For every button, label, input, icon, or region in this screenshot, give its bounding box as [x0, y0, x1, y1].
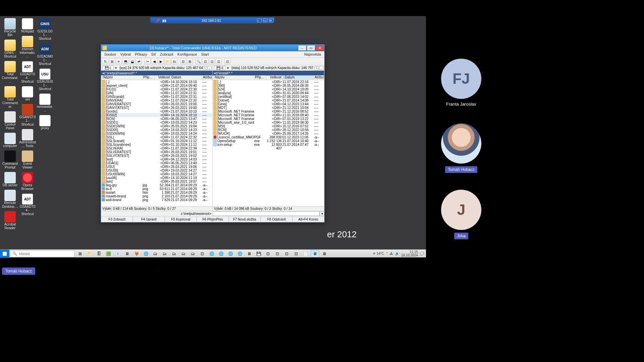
file-row[interactable]: [SSD01]<DIR>19.03.2022 14:23---- [101, 121, 212, 124]
desktop-icon[interactable]: Notepad [19, 18, 36, 33]
left-drive-dropdown[interactable]: ▾ [114, 66, 118, 70]
file-row[interactable]: msweb-brandpng2 10321.07.2014 09:29-a-- [101, 194, 212, 198]
menu-item[interactable]: Konfigurace [175, 52, 199, 57]
system-tray[interactable]: ☀ 14°C ˄ 🖧 🔊 11:1518.10.2024 💬 [373, 250, 426, 257]
file-row[interactable]: [WUCR]<DIR>25.09.2017 14:26---- [213, 132, 324, 135]
file-row[interactable]: [Microsoft_wse_3.0_runtime]<DIR>11.01.20… [213, 121, 324, 124]
taskbar-search[interactable]: 🔍 Hledat [10, 250, 74, 257]
toolbar-button[interactable]: ✂ [145, 58, 151, 64]
file-row[interactable]: [SSLScarabnew]<DIR>01.10.2024 11:12---- [101, 143, 212, 146]
participant[interactable]: Tomáš Hubacz [441, 123, 481, 173]
function-keys[interactable]: F3 ZobrazitF4 UpravitF5 KopírovatF6 Přej… [101, 216, 324, 222]
file-row[interactable]: [..]<DIR>11.07.2024 22:16---- [213, 80, 324, 84]
file-row[interactable]: [SSD01WIN]<DIR>26.03.2021 19:04---- [101, 124, 212, 128]
taskbar-app[interactable]: 🗂 [179, 250, 188, 257]
toolbar-button[interactable]: ⊞ [109, 58, 115, 64]
file-row[interactable]: [win]<DIR>26.03.2021 19:07---- [101, 180, 212, 183]
col-ext[interactable]: Příp… [143, 75, 155, 80]
tray-network-icon[interactable]: 🖧 [390, 252, 393, 255]
right-up-button[interactable]: .. [319, 66, 323, 70]
right-column-headers[interactable]: ↑Název Příp… Velikost ↓Datum Atribut [213, 75, 324, 80]
right-drive-letter[interactable]: 💾 d [214, 66, 225, 70]
file-row[interactable]: iis-8png53 61121.07.2014 09:29-a-- [101, 187, 212, 191]
toolbar-button[interactable]: 🗀 [171, 58, 177, 64]
toolbar-button[interactable]: ⊡ [216, 58, 222, 64]
desktop-icon[interactable]: ADTGSAADT04 - Shortcut [19, 193, 36, 216]
right-drive-dropdown[interactable]: ▾ [226, 66, 229, 70]
file-row[interactable]: [SSLScarab]<DIR>01.10.2024 11:12---- [101, 139, 212, 143]
left-root-button[interactable]: \ [203, 66, 207, 70]
toolbar-button[interactable]: ⇄ [136, 58, 142, 64]
file-row[interactable]: [UDA01]<DIR>06.05.2023 13:49---- [101, 161, 212, 165]
desktop-icon[interactable]: GINIS - Shortcut [1, 40, 19, 58]
desktop-icon[interactable]: USUGSAUSU01 - Shortcut [36, 68, 54, 91]
file-row[interactable]: [test]<DIR>04.12.2023 14:03---- [101, 158, 212, 161]
col-date[interactable]: ↓Datum [282, 75, 314, 80]
desktop-icon[interactable]: mmowebe... [36, 94, 54, 112]
toolbar-button[interactable]: 🔍 [196, 58, 202, 64]
toolbar-button[interactable]: ⊟ [180, 58, 186, 64]
desktop-icon[interactable]: Event Viewer [19, 150, 36, 169]
file-row[interactable]: [GINScarab]<DIR>11.07.2024 22:31---- [101, 95, 212, 99]
menu-item[interactable]: Soubor [102, 52, 118, 57]
col-size[interactable]: Velikost [155, 75, 171, 80]
file-row[interactable]: [..]<DIR>14.10.2024 18:10---- [101, 80, 212, 84]
col-date[interactable]: Datum [171, 75, 202, 80]
file-row[interactable]: [GIN]<DIR>11.07.2024 22:31---- [101, 91, 212, 95]
desktop-icon[interactable]: Recycle Bin [1, 18, 19, 37]
toolbar-button[interactable]: ⊡ [202, 58, 208, 64]
toolbar-button[interactable]: ⬒ [122, 58, 128, 64]
command-line[interactable]: c:\inetpub\wwwroot> ▾ [101, 211, 324, 216]
left-up-button[interactable]: .. [208, 66, 212, 70]
col-ext[interactable]: Příp… [254, 75, 266, 80]
toolbar-button[interactable]: ▶ [158, 58, 164, 64]
file-row[interactable]: [usu06]<DIR>14.10.2024 11:19---- [101, 176, 212, 180]
file-row[interactable]: [analyza]<DIR>31.01.2020 09:44---- [213, 91, 324, 95]
left-file-list[interactable]: [..]<DIR>14.10.2024 18:10----[aspnet_cli… [101, 80, 212, 206]
taskbar-app[interactable]: ⊞ [76, 250, 85, 257]
taskbar-app[interactable]: 🌐 [235, 250, 244, 257]
file-row[interactable]: [MSI]<DIR>15.12.2016 07:52---- [213, 124, 324, 128]
toolbar-button[interactable]: ⬓ [129, 58, 135, 64]
desktop-icon[interactable]: Administrat... Tools [19, 129, 36, 148]
menu-help[interactable]: Nápověda [302, 52, 323, 57]
col-name[interactable]: ↑Název [213, 75, 254, 80]
tray-action-center-icon[interactable]: 💬 [420, 252, 424, 255]
fkey-button[interactable]: Alt+F4 Konec [292, 216, 324, 222]
desktop-icon[interactable]: DB server [1, 172, 19, 187]
taskbar-app[interactable]: ⊡ [292, 250, 301, 257]
toolbar-button[interactable]: ◀ [151, 58, 157, 64]
taskbar-app[interactable]: 🗂 [160, 250, 169, 257]
file-row[interactable]: [524]<DIR>14.10.2024 18:09---- [213, 87, 324, 91]
file-row[interactable]: [GINVITATEST]<DIR>26.03.2021 19:00---- [101, 106, 212, 110]
file-row[interactable]: OperaSetupexe1 232 13621.07.2014 10:40-a… [213, 139, 324, 143]
file-row[interactable]: [Microsoft .NET Framework 4.7 (Offline I… [213, 113, 324, 117]
taskbar-app[interactable]: 📧 [113, 250, 122, 257]
desktop-icon[interactable]: Remote Desktop ... [1, 190, 19, 208]
taskbar-app[interactable]: 🖥 [320, 250, 329, 257]
desktop-icon[interactable]: Opera Browser [19, 172, 36, 191]
file-row[interactable]: [Dotnet]<DIR>21.07.2014 14:08---- [213, 99, 324, 102]
file-row[interactable]: [MDT]<DIR>21.12.2021 10:04---- [213, 106, 324, 110]
taskbar-app[interactable]: 🖥 [245, 250, 254, 257]
file-row[interactable]: [Microsoft .NET Framework 4.6.1 English … [213, 110, 324, 113]
file-row[interactable]: [FIL01]<DIR>11.07.2024 22:30---- [101, 87, 212, 91]
taskbar[interactable]: 🔍 Hledat ⊞📁🗄🟩📧🖥🦊🌐🗂🗂🗂🗂🗂⊡🌐🌐🌐🌐🖥💾⊡⊡⊡⊡📄🖥🖥 ☀ 1… [0, 249, 426, 257]
right-root-button[interactable]: \ [315, 66, 319, 70]
taskbar-app[interactable]: ⊡ [198, 250, 207, 257]
fkey-button[interactable]: F3 Zobrazit [101, 216, 133, 222]
right-path[interactable]: ▾d:\install\*.* [213, 71, 324, 75]
toolbar-button[interactable]: ≡ [116, 58, 122, 64]
menu-item[interactable]: Síť [149, 52, 158, 57]
menu-item[interactable]: Příkazy [133, 52, 149, 57]
fkey-button[interactable]: F6 PřejmPřes [197, 216, 228, 222]
taskbar-app[interactable]: 🌐 [217, 250, 225, 257]
file-row[interactable]: [SSLVITATEST]<DIR>26.03.2021 19:02---- [101, 154, 212, 158]
file-row[interactable]: Licencni_certifikat_MMOP_GDEVGL00CUSX_..… [213, 135, 324, 139]
taskbar-app[interactable]: 🗂 [189, 250, 197, 257]
desktop-icon[interactable]: GSAWST01 - Shortcut [19, 104, 36, 126]
desktop-icon[interactable]: proxy [36, 115, 54, 130]
taskbar-apps[interactable]: ⊞📁🗄🟩📧🖥🦊🌐🗂🗂🗂🗂🗂⊡🌐🌐🌐🌐🖥💾⊡⊡⊡⊡📄🖥🖥 [76, 250, 329, 257]
left-drive-letter[interactable]: 💾 c [102, 66, 114, 70]
file-row[interactable]: [certifikat]<DIR>07.06.2023 14:02---- [213, 95, 324, 99]
